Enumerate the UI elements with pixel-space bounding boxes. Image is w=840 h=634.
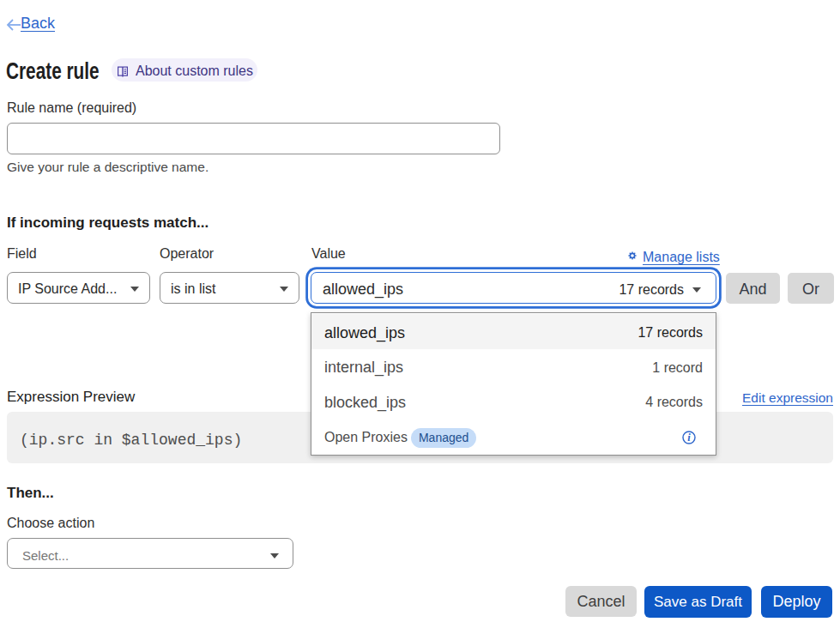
- svg-text:i: i: [687, 432, 691, 444]
